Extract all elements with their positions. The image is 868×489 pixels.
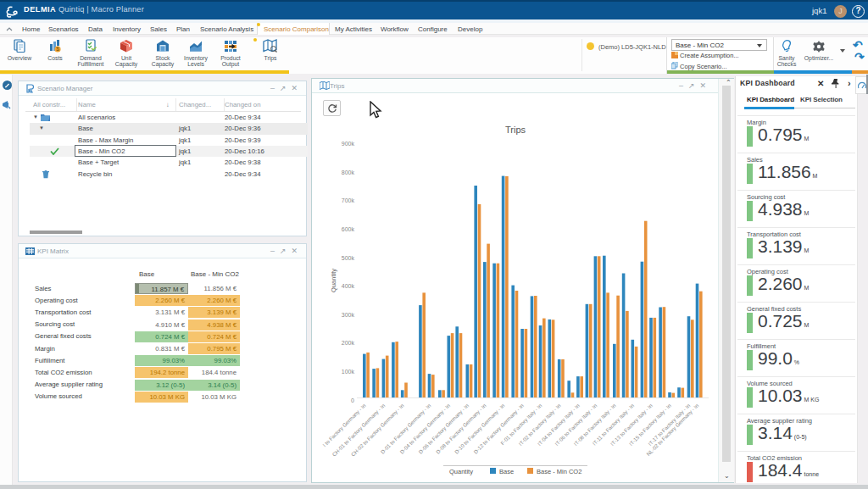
svg-text:700k: 700k bbox=[342, 197, 355, 203]
svg-text:Quantity: Quantity bbox=[449, 468, 473, 475]
svg-text:Trips: Trips bbox=[505, 125, 526, 135]
svg-text:800k: 800k bbox=[342, 169, 355, 175]
svg-text:100k: 100k bbox=[342, 369, 355, 375]
svg-text:NL-02 to Factory Germany - In: NL-02 to Factory Germany - In bbox=[645, 402, 700, 457]
svg-text:600k: 600k bbox=[342, 226, 355, 232]
svg-text:400k: 400k bbox=[342, 283, 355, 289]
svg-text:500k: 500k bbox=[342, 255, 355, 261]
svg-text:$: $ bbox=[56, 46, 59, 52]
svg-text:Base - Min CO2: Base - Min CO2 bbox=[537, 468, 581, 475]
svg-text:200k: 200k bbox=[342, 340, 355, 346]
svg-text:900k: 900k bbox=[342, 141, 355, 147]
svg-text:Quantity: Quantity bbox=[330, 269, 337, 292]
svg-text:300k: 300k bbox=[342, 312, 355, 318]
svg-text:0: 0 bbox=[351, 397, 354, 403]
svg-text:Base: Base bbox=[499, 468, 514, 475]
